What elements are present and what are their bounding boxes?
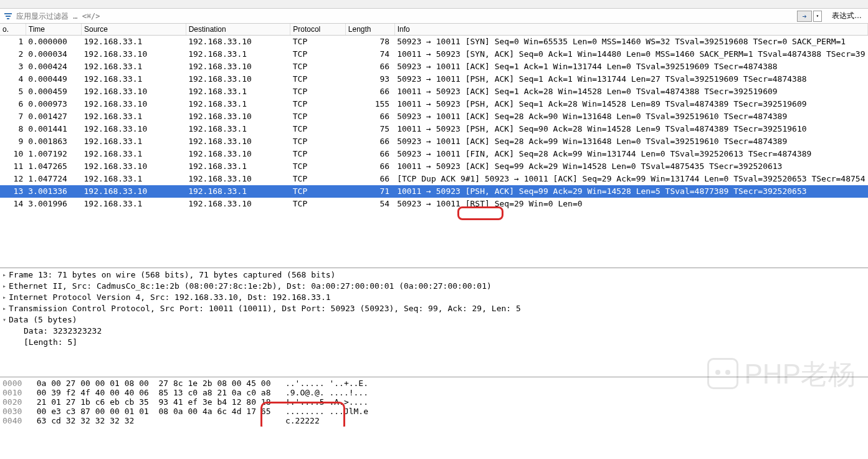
cell-time: 1.047265 [26, 160, 81, 173]
packet-row[interactable]: 40.000449192.168.33.1192.168.33.10TCP935… [0, 73, 868, 85]
cell-destination: 192.168.33.1 [186, 85, 290, 98]
filter-dropdown-button[interactable]: ▾ [813, 11, 822, 22]
tree-toggle-icon[interactable]: ▸ [2, 281, 9, 292]
cell-destination: 192.168.33.10 [186, 173, 290, 185]
apply-filter-button[interactable]: ➔ [797, 11, 812, 22]
hex-ascii: ..'..... '..+..E. [285, 379, 368, 388]
cell-source: 192.168.33.10 [82, 160, 186, 173]
hex-bytes: 00 39 f2 4f 40 00 40 06 85 13 c0 a8 21 0… [37, 388, 271, 397]
tree-toggle-icon[interactable]: ▸ [2, 292, 9, 303]
packet-row[interactable]: 10.000000192.168.33.1192.168.33.10TCP785… [0, 36, 868, 49]
packet-details-panel[interactable]: ▸Frame 13: 71 bytes on wire (568 bits), … [0, 268, 868, 377]
cell-info: 10011 → 50923 [SYN, ACK] Seq=0 Ack=1 Win… [394, 48, 867, 60]
cell-source: 192.168.33.1 [82, 36, 186, 49]
cell-time: 0.000034 [26, 48, 81, 60]
cell-no: 11 [0, 160, 26, 173]
cell-source: 192.168.33.10 [82, 48, 186, 60]
hex-line[interactable]: 0040 63 cd 32 32 32 32 32 c.22222 [0, 416, 868, 425]
cell-info: 50923 → 10011 [ACK] Seq=28 Ack=90 Win=13… [394, 110, 867, 123]
cell-source: 192.168.33.10 [82, 185, 186, 198]
packet-row[interactable]: 70.001427192.168.33.1192.168.33.10TCP665… [0, 110, 868, 123]
cell-protocol: TCP [290, 135, 346, 148]
cell-destination: 192.168.33.10 [186, 135, 290, 148]
detail-line[interactable]: ▸Transmission Control Protocol, Src Port… [0, 303, 868, 314]
hex-line[interactable]: 0020 21 01 27 1b c6 eb cb 35 93 41 ef 3e… [0, 397, 868, 407]
cell-protocol: TCP [290, 85, 346, 98]
cell-destination: 192.168.33.10 [186, 73, 290, 85]
packet-table[interactable]: o. Time Source Destination Protocol Leng… [0, 24, 868, 210]
hex-line[interactable]: 0030 00 e3 c3 87 00 00 01 01 08 0a 00 4a… [0, 407, 868, 416]
cell-info: [TCP Dup ACK 9#1] 50923 → 10011 [ACK] Se… [394, 173, 867, 185]
packet-row[interactable]: 143.001996192.168.33.1192.168.33.10TCP54… [0, 198, 868, 210]
cell-length: 93 [345, 73, 394, 85]
col-header-no[interactable]: o. [0, 24, 26, 36]
cell-source: 192.168.33.1 [82, 73, 186, 85]
hex-bytes: 21 01 27 1b c6 eb cb 35 93 41 ef 3e b4 1… [37, 397, 271, 407]
cell-no: 7 [0, 110, 26, 123]
cell-time: 0.001427 [26, 110, 81, 123]
col-header-time[interactable]: Time [26, 24, 81, 36]
cell-time: 0.000973 [26, 98, 81, 110]
packet-row[interactable]: 30.000424192.168.33.1192.168.33.10TCP665… [0, 60, 868, 73]
packet-row[interactable]: 111.047265192.168.33.10192.168.33.1TCP66… [0, 160, 868, 173]
cell-protocol: TCP [290, 36, 346, 49]
cell-protocol: TCP [290, 110, 346, 123]
cell-no: 5 [0, 85, 26, 98]
tree-toggle-icon[interactable]: ▾ [2, 314, 9, 326]
packet-row[interactable]: 80.001441192.168.33.10192.168.33.1TCP751… [0, 123, 868, 135]
cell-protocol: TCP [290, 160, 346, 173]
display-filter-input[interactable] [14, 11, 797, 22]
cell-no: 6 [0, 98, 26, 110]
tree-toggle-icon[interactable]: ▸ [2, 269, 9, 281]
packet-row[interactable]: 60.000973192.168.33.10192.168.33.1TCP155… [0, 98, 868, 110]
col-header-protocol[interactable]: Protocol [290, 24, 346, 36]
cell-length: 71 [345, 185, 394, 198]
filter-icon[interactable] [2, 11, 14, 22]
detail-line[interactable]: Data: 3232323232 [0, 326, 868, 337]
detail-text: Internet Protocol Version 4, Src: 192.16… [9, 292, 331, 303]
cell-protocol: TCP [290, 98, 346, 110]
cell-source: 192.168.33.1 [82, 148, 186, 160]
cell-protocol: TCP [290, 48, 346, 60]
packet-row[interactable]: 50.000459192.168.33.10192.168.33.1TCP661… [0, 85, 868, 98]
col-header-length[interactable]: Length [345, 24, 394, 36]
detail-line[interactable]: ▸Ethernet II, Src: CadmusCo_8c:1e:2b (08… [0, 281, 868, 292]
packet-row[interactable]: 90.001863192.168.33.1192.168.33.10TCP665… [0, 135, 868, 148]
detail-line[interactable]: ▸Frame 13: 71 bytes on wire (568 bits), … [0, 269, 868, 281]
hex-offset: 0030 [2, 407, 22, 416]
detail-line[interactable]: ▾Data (5 bytes) [0, 314, 868, 326]
detail-line[interactable]: [Length: 5] [0, 337, 868, 348]
svg-rect-2 [7, 18, 9, 19]
packet-row[interactable]: 20.000034192.168.33.10192.168.33.1TCP741… [0, 48, 868, 60]
cell-no: 8 [0, 123, 26, 135]
tree-toggle-icon[interactable]: ▸ [2, 303, 9, 314]
svg-rect-0 [4, 13, 12, 14]
detail-text: Data: 3232323232 [24, 326, 102, 337]
cell-destination: 192.168.33.1 [186, 160, 290, 173]
col-header-info[interactable]: Info [394, 24, 867, 36]
cell-source: 192.168.33.10 [82, 123, 186, 135]
packet-row[interactable]: 133.001336192.168.33.10192.168.33.1TCP71… [0, 185, 868, 198]
cell-length: 66 [345, 85, 394, 98]
hex-line[interactable]: 0000 0a 00 27 00 00 01 08 00 27 8c 1e 2b… [0, 379, 868, 388]
cell-destination: 192.168.33.1 [186, 48, 290, 60]
packet-row[interactable]: 101.007192192.168.33.1192.168.33.10TCP66… [0, 148, 868, 160]
cell-time: 0.000000 [26, 36, 81, 49]
hex-line[interactable]: 0010 00 39 f2 4f 40 00 40 06 85 13 c0 a8… [0, 388, 868, 397]
cell-length: 66 [345, 110, 394, 123]
cell-time: 1.007192 [26, 148, 81, 160]
cell-destination: 192.168.33.1 [186, 123, 290, 135]
cell-destination: 192.168.33.10 [186, 148, 290, 160]
hex-offset: 0010 [2, 388, 22, 397]
cell-length: 78 [345, 36, 394, 49]
cell-length: 75 [345, 123, 394, 135]
cell-protocol: TCP [290, 198, 346, 210]
cell-info: 50923 → 10011 [FIN, ACK] Seq=28 Ack=99 W… [394, 148, 867, 160]
col-header-source[interactable]: Source [82, 24, 186, 36]
col-header-destination[interactable]: Destination [186, 24, 290, 36]
hex-dump-panel[interactable]: 0000 0a 00 27 00 00 01 08 00 27 8c 1e 2b… [0, 377, 868, 427]
expression-button[interactable]: 表达式… [828, 9, 866, 22]
hex-ascii: c.22222 [285, 416, 320, 425]
detail-line[interactable]: ▸Internet Protocol Version 4, Src: 192.1… [0, 292, 868, 303]
packet-row[interactable]: 121.047724192.168.33.1192.168.33.10TCP66… [0, 173, 868, 185]
